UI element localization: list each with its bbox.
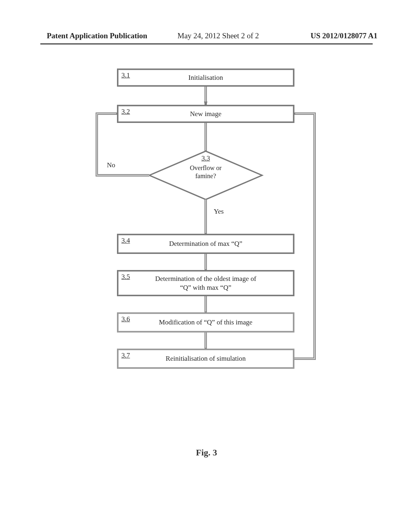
step-label: Initialisation bbox=[188, 73, 223, 82]
header-center: May 24, 2012 Sheet 2 of 2 bbox=[177, 31, 259, 40]
step-label: Reinitialisation of simulation bbox=[166, 354, 246, 363]
step-label: Determination of the oldest image of“Q” … bbox=[155, 274, 257, 292]
flowchart: 3.1 Initialisation 3.2 New image 3.3 Ove… bbox=[85, 64, 327, 427]
step-num: 3.6 bbox=[121, 315, 130, 323]
edge-label-no: No bbox=[107, 161, 115, 169]
step-label: Determination of max “Q” bbox=[169, 239, 242, 248]
step-num: 3.3 bbox=[201, 154, 210, 162]
step-num: 3.7 bbox=[121, 351, 130, 360]
step-modify-q: 3.6 Modification of “Q” of this image bbox=[117, 312, 294, 332]
header-right: US 2012/0128077 A1 bbox=[311, 31, 378, 40]
step-num: 3.5 bbox=[121, 272, 130, 281]
step-determine-max-q: 3.4 Determination of max “Q” bbox=[117, 234, 294, 254]
edge-label-yes: Yes bbox=[214, 208, 224, 216]
header-divider bbox=[40, 44, 373, 44]
figure-caption: Fig. 3 bbox=[0, 447, 413, 458]
step-num: 3.2 bbox=[121, 107, 130, 116]
step-label: Modification of “Q” of this image bbox=[159, 318, 252, 326]
step-label: Overflow orfamine? bbox=[149, 164, 262, 180]
step-initialisation: 3.1 Initialisation bbox=[117, 69, 294, 87]
step-num: 3.4 bbox=[121, 236, 130, 245]
step-new-image: 3.2 New image bbox=[117, 105, 294, 123]
decision-overflow-or-famine: 3.3 Overflow orfamine? bbox=[149, 151, 262, 200]
header-left: Patent Application Publication bbox=[47, 31, 147, 40]
step-reinitialise-simulation: 3.7 Reinitialisation of simulation bbox=[117, 349, 294, 369]
step-determine-oldest-image: 3.5 Determination of the oldest image of… bbox=[117, 270, 294, 296]
step-num: 3.1 bbox=[121, 71, 130, 79]
step-label: New image bbox=[190, 110, 221, 118]
